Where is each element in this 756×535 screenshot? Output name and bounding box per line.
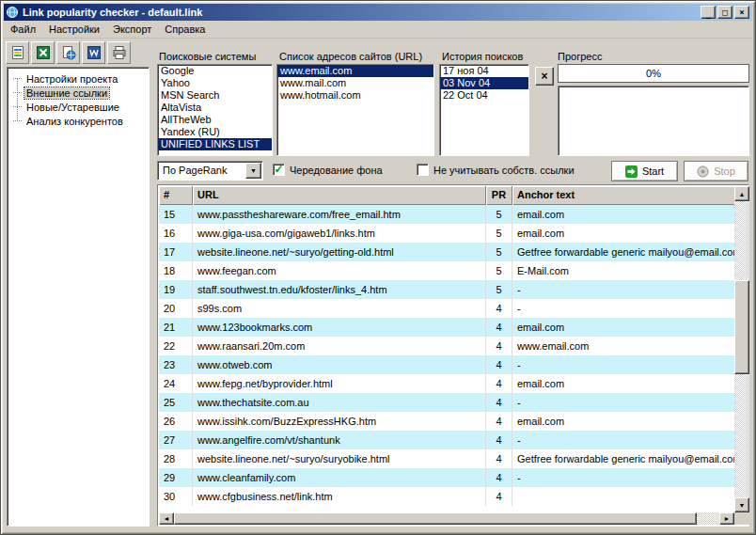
minimize-button[interactable]: _ (701, 6, 716, 19)
tree-branch-icon (13, 120, 22, 121)
close-button[interactable]: × (734, 6, 749, 19)
checkbox-check-icon (417, 164, 429, 176)
scroll-down-button[interactable]: ▼ (734, 497, 749, 512)
sidebar-item-label: Анализ конкурентов (24, 116, 125, 127)
cell-url: website.lineone.net/~suryo/suryobike.htm… (193, 449, 486, 468)
cell-url: www.123bookmarks.com (193, 318, 486, 337)
history-list[interactable]: 17 ноя 0403 Nov 0422 Oct 04 (439, 64, 529, 156)
sidebar-item[interactable]: Настройки проекта (8, 71, 149, 86)
cell-anchor: Getfree forwardable generic mailyou@emai… (512, 243, 734, 261)
cell-anchor: - (512, 393, 734, 412)
table-row[interactable]: 30www.cfgbusiness.net/link.htm4 (159, 487, 734, 506)
toolbar-button[interactable] (31, 41, 55, 64)
menu-item[interactable]: Файл (4, 22, 42, 37)
cell-url: www.thechatsite.com.au (193, 393, 486, 412)
sidebar-item-label: Внешние ссылки (24, 87, 109, 99)
list-item[interactable]: Yahoo (158, 77, 272, 89)
toolbar-button[interactable] (6, 41, 29, 64)
table-row[interactable]: 20s99s.com4- (159, 299, 734, 318)
cell-url: staff.southwest.tn.edu/kfoster/links_4.h… (193, 280, 486, 299)
alternate-bg-checkbox[interactable]: ✓ Чередование фона (273, 164, 383, 176)
chevron-down-icon: ▼ (250, 167, 257, 174)
column-header-pr[interactable]: PR (486, 186, 512, 205)
title-bar[interactable]: Link popularity checker - default.link _… (4, 4, 752, 21)
minimize-icon: _ (705, 10, 710, 19)
list-item[interactable]: 22 Oct 04 (440, 89, 528, 102)
table-row[interactable]: 29www.cleanfamily.com4- (159, 468, 734, 487)
menu-item[interactable]: Экспорт (106, 22, 158, 37)
scroll-up-button[interactable]: ▲ (734, 186, 749, 201)
toolbar-button[interactable] (56, 41, 80, 64)
sidebar-item[interactable]: Внешние ссылки (8, 86, 149, 100)
horizontal-scrollbar[interactable]: ◄ ► (159, 512, 734, 525)
table-row[interactable]: 25www.thechatsite.com.au4- (159, 393, 734, 412)
scroll-left-button[interactable]: ◄ (159, 512, 174, 525)
vertical-scroll-thumb[interactable] (734, 280, 749, 374)
table-row[interactable]: 21www.123bookmarks.com4email.com (159, 318, 734, 337)
list-item[interactable]: 17 ноя 04 (440, 65, 528, 77)
table-row[interactable]: 28website.lineone.net/~suryo/suryobike.h… (159, 449, 734, 468)
list-item[interactable]: Yandex (RU) (158, 126, 272, 138)
table-row[interactable]: 26www.issihk.com/BuzzExpressHKG.htm4emai… (159, 412, 734, 431)
vertical-scrollbar[interactable]: ▲ ▼ (734, 186, 749, 512)
list-item[interactable]: www.hotmail.com (277, 89, 433, 102)
stop-button[interactable]: Stop (684, 161, 748, 181)
table-row[interactable]: 19staff.southwest.tn.edu/kfoster/links_4… (159, 280, 734, 299)
start-button[interactable]: Start (611, 161, 678, 181)
maximize-button[interactable]: □ (717, 6, 732, 19)
column-header-num[interactable]: # (159, 186, 193, 205)
table-row[interactable]: 15www.passtheshareware.com/free_email.ht… (159, 205, 734, 224)
cell-pr: 4 (486, 468, 512, 487)
toolbar-button[interactable] (107, 41, 131, 64)
menu-item[interactable]: Справка (158, 22, 212, 37)
list-item[interactable]: 03 Nov 04 (440, 77, 528, 89)
list-item[interactable]: www.email.com (277, 65, 433, 77)
list-item[interactable]: AllTheWeb (158, 114, 272, 126)
list-item[interactable]: Google (158, 65, 272, 77)
scrollbar-corner (734, 512, 749, 525)
list-item[interactable]: UNIFIED LINKS LIST (158, 138, 272, 150)
list-item[interactable]: MSN Search (158, 89, 272, 102)
table-row[interactable]: 18www.feegan.com5E-Mail.com (159, 261, 734, 280)
sidebar-item[interactable]: Анализ конкурентов (8, 114, 149, 128)
combo-dropdown-button[interactable]: ▼ (245, 163, 261, 179)
results-table: # URL PR Anchor text 15www.passthesharew… (157, 184, 749, 527)
table-row[interactable]: 16www.giga-usa.com/gigaweb1/links.htm5em… (159, 224, 734, 243)
horizontal-scroll-thumb[interactable] (174, 512, 697, 525)
cell-num: 23 (159, 355, 193, 374)
sort-combo[interactable]: По PageRank ▼ (157, 161, 263, 181)
table-row[interactable]: 22www.raansari.20m.com4www.email.com (159, 337, 734, 355)
table-row[interactable]: 17website.lineone.net/~suryo/getting-old… (159, 243, 734, 261)
tree-branch-icon (13, 78, 22, 79)
cell-num: 26 (159, 412, 193, 431)
cell-pr: 4 (486, 412, 512, 431)
menu-item[interactable]: Настройки (42, 22, 106, 37)
cell-num: 18 (159, 261, 193, 280)
cell-anchor: email.com (512, 205, 734, 224)
cell-pr: 4 (486, 374, 512, 393)
toolbar-button[interactable] (82, 41, 105, 64)
sidebar-item[interactable]: Новые/Устаревшие (8, 100, 149, 114)
column-header-url[interactable]: URL (193, 186, 486, 205)
sidebar-tree: Настройки проектаВнешние ссылкиНовые/Уст… (7, 67, 150, 527)
search-engines-list[interactable]: GoogleYahooMSN SearchAltaVistaAllTheWebY… (157, 64, 273, 156)
cell-url: www.cfgbusiness.net/link.htm (193, 487, 486, 506)
scroll-right-button[interactable]: ► (719, 512, 734, 525)
cell-pr: 5 (486, 205, 512, 224)
sort-combo-value: По PageRank (163, 165, 227, 176)
table-row[interactable]: 23www.otweb.com4- (159, 355, 734, 374)
list-item[interactable]: AltaVista (158, 102, 272, 114)
url-list[interactable]: www.email.comwww.mail.comwww.hotmail.com (276, 64, 434, 156)
table-row[interactable]: 24www.fepg.net/byprovider.html4email.com (159, 374, 734, 393)
cell-url: www.angelfire.com/vt/shantunk (193, 431, 486, 449)
app-icon (6, 6, 19, 19)
cell-pr: 4 (486, 487, 512, 506)
delete-history-button[interactable]: × (535, 67, 554, 86)
tree-branch-icon (13, 106, 22, 107)
table-row[interactable]: 27www.angelfire.com/vt/shantunk4- (159, 431, 734, 449)
ignore-own-checkbox[interactable]: Не учитывать собств. ссылки (417, 164, 575, 176)
column-header-anchor[interactable]: Anchor text (512, 186, 734, 205)
list-item[interactable]: www.mail.com (277, 77, 433, 89)
cell-anchor: email.com (512, 224, 734, 243)
progress-bar: 0% (558, 64, 749, 83)
